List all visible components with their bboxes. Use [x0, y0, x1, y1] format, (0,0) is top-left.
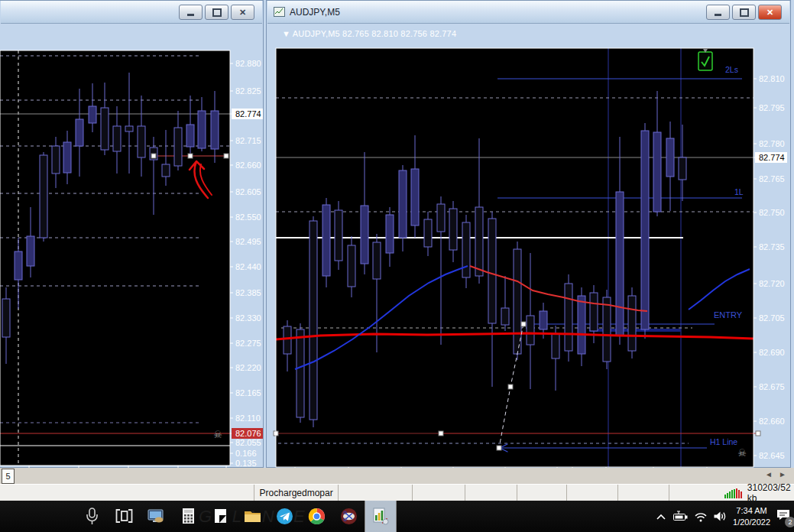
chart-window-left[interactable]: ✕ ☠82.88082.82582.77482.71582.66082.6058… — [0, 0, 264, 468]
taskbar-clock[interactable]: 7:34 AM 1/20/2022 — [733, 505, 770, 528]
price-tick: 82.765 — [759, 174, 785, 183]
status-cell — [465, 485, 517, 501]
right-close-button[interactable]: ✕ — [758, 5, 782, 20]
minimize-icon — [187, 14, 194, 16]
price-tick: 82.055 — [235, 438, 261, 447]
status-cell — [0, 485, 254, 501]
chart-window-audjpy-m5[interactable]: AUDJPY,M5 ✕ 2Ls1LENTRYH1 Line☠82.81082.7… — [266, 0, 791, 468]
notepad-icon — [210, 506, 231, 527]
taskbar-item-chrome[interactable] — [300, 501, 332, 532]
right-maximize-button[interactable] — [732, 5, 756, 20]
price-tick: 82.220 — [235, 363, 261, 372]
price-tick: 82.735 — [759, 242, 785, 251]
left-chart-plot[interactable]: ☠ — [0, 50, 230, 466]
microphone-icon — [82, 506, 102, 527]
price-tick: 82.550 — [235, 212, 261, 222]
workspace-strip: 5 ◄ ► — [0, 468, 794, 485]
price-tick: 82.810 — [759, 74, 785, 83]
left-close-button[interactable]: ✕ — [231, 5, 254, 20]
status-bar: Prochargedmopar 310203/52 kb — [0, 484, 794, 501]
network-traffic-icon — [724, 488, 743, 498]
taskbar-item-computer[interactable] — [140, 501, 172, 532]
skull-icon: ☠ — [737, 447, 747, 459]
battery-icon[interactable] — [672, 511, 689, 522]
snipping-tool-icon — [339, 506, 359, 527]
taskbar-item-task-view[interactable] — [108, 501, 140, 532]
clock-date: 1/20/2022 — [733, 517, 770, 528]
price-tick: 82.675 — [759, 382, 785, 391]
price-tick: 0.135 — [235, 459, 257, 468]
skull-icon: ☠ — [213, 429, 222, 440]
chart-label: 2Ls — [725, 65, 738, 74]
taskbar-item-microphone[interactable] — [76, 501, 108, 532]
chart-window-icon — [274, 7, 285, 17]
taskbar-item-notepad[interactable] — [204, 501, 236, 532]
expert-check-icon — [698, 49, 712, 70]
left-maximize-button[interactable] — [205, 5, 228, 20]
taskbar-item-calculator[interactable] — [172, 501, 204, 532]
wifi-icon[interactable] — [694, 511, 708, 522]
trendline-handle[interactable] — [151, 154, 156, 158]
trendline-handle[interactable] — [439, 431, 443, 436]
window-title: AUDJPY,M5 — [290, 7, 340, 18]
maximize-icon — [740, 8, 749, 17]
taskbar-item-snipping-tool[interactable] — [332, 501, 365, 532]
price-axis: 82.88082.82582.77482.71582.66082.60582.5… — [230, 59, 263, 468]
ohlc-readout: ▼ AUDJPY,M5 82.765 82.810 82.756 82.774 — [282, 29, 456, 38]
left-window-titlebar[interactable]: ✕ — [1, 1, 262, 24]
trendline-handle[interactable] — [521, 322, 526, 326]
close-icon: ✕ — [766, 8, 773, 17]
left-chart-canvas[interactable]: ☠82.88082.82582.77482.71582.66082.60582.… — [0, 24, 263, 469]
price-tick: 82.690 — [759, 348, 785, 357]
price-tick: 82.795 — [759, 103, 785, 112]
trendline-handle[interactable] — [756, 431, 760, 436]
right-chart-canvas[interactable]: 2Ls1LENTRYH1 Line☠82.81082.79582.78082.7… — [267, 24, 791, 469]
tab-scroll-left[interactable]: ◄ — [765, 470, 773, 478]
taskbar-item-metatrader[interactable] — [365, 501, 397, 532]
metatrader-icon — [371, 506, 391, 527]
price-tick: 82.780 — [759, 139, 785, 148]
close-icon: ✕ — [239, 8, 246, 17]
desktop: ✕ ☠82.88082.82582.77482.71582.66082.6058… — [0, 0, 794, 532]
computer-icon — [146, 506, 167, 527]
chart-label: 1L — [734, 187, 744, 196]
status-traffic-cell: 310203/52 kb — [669, 485, 794, 501]
right-minimize-button[interactable] — [706, 5, 730, 20]
trendline-handle[interactable] — [497, 446, 501, 450]
right-chart-plot[interactable]: 2Ls1LENTRYH1 Line☠ — [274, 48, 760, 467]
price-tick: 82.705 — [759, 313, 785, 323]
price-tick: 82.715 — [235, 136, 261, 145]
price-tick: 82.660 — [235, 161, 261, 170]
chart-tab-5[interactable]: 5 — [2, 469, 15, 484]
system-tray: 7:34 AM 1/20/2022 2 — [655, 501, 791, 532]
right-window-titlebar[interactable]: AUDJPY,M5 ✕ — [267, 1, 789, 24]
status-cell — [567, 485, 618, 501]
taskbar-item-telegram[interactable] — [268, 501, 300, 532]
volume-icon[interactable] — [713, 511, 728, 522]
trendline-handle[interactable] — [508, 384, 513, 389]
price-tick: 82.495 — [235, 237, 261, 246]
price-tick: 82.385 — [235, 288, 261, 297]
price-tick: 82.720 — [759, 279, 785, 288]
left-minimize-button[interactable] — [179, 5, 203, 20]
taskbar-item-file-explorer[interactable] — [236, 501, 268, 532]
trendline-handle[interactable] — [188, 154, 193, 158]
tray-expand-icon[interactable] — [655, 512, 667, 521]
notification-center-icon[interactable]: 2 — [776, 508, 791, 524]
current-price-label: 82.076 — [235, 429, 261, 438]
maximize-icon — [212, 8, 222, 17]
telegram-icon — [274, 506, 295, 527]
current-price-label: 82.774 — [235, 109, 261, 118]
status-cell — [413, 485, 465, 501]
price-tick: 82.750 — [759, 208, 785, 217]
tab-scroll-right[interactable]: ► — [779, 470, 786, 478]
status-cell — [618, 485, 669, 501]
price-tick: 82.660 — [759, 417, 785, 426]
taskbar: GALANTE 7:34 AM 1/20/2022 2 — [0, 501, 794, 532]
trendline-handle[interactable] — [224, 154, 228, 158]
chart-label: ENTRY — [714, 310, 743, 320]
price-tick: 82.605 — [235, 187, 261, 196]
clock-time: 7:34 AM — [733, 505, 770, 517]
status-account-cell[interactable]: Prochargedmopar — [254, 485, 339, 501]
price-tick: 0.166 — [235, 449, 257, 458]
